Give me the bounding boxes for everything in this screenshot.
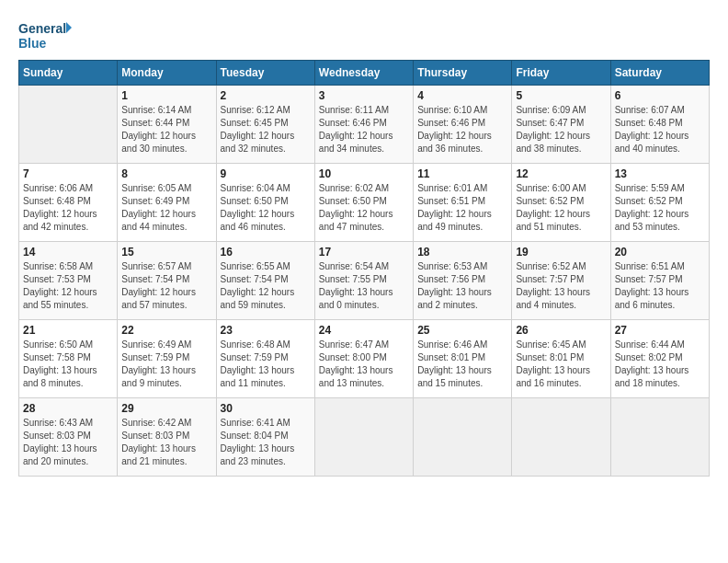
calendar-cell: 16Sunrise: 6:55 AMSunset: 7:54 PMDayligh…: [216, 242, 314, 320]
day-number: 16: [221, 246, 311, 259]
day-info: Sunrise: 6:47 AMSunset: 8:00 PMDaylight:…: [319, 339, 409, 390]
calendar-cell: [512, 398, 610, 477]
day-info: Sunrise: 6:01 AMSunset: 6:51 PMDaylight:…: [417, 182, 507, 234]
day-info: Sunrise: 6:14 AMSunset: 6:44 PMDaylight:…: [121, 104, 211, 155]
day-info: Sunrise: 6:11 AMSunset: 6:46 PMDaylight:…: [319, 104, 409, 155]
day-info: Sunrise: 6:51 AMSunset: 7:57 PMDaylight:…: [615, 260, 705, 312]
day-info: Sunrise: 6:44 AMSunset: 8:02 PMDaylight:…: [615, 339, 705, 390]
day-info: Sunrise: 6:06 AMSunset: 6:48 PMDaylight:…: [23, 182, 113, 234]
day-info: Sunrise: 6:42 AMSunset: 8:03 PMDaylight:…: [121, 417, 211, 468]
weekday-header-row: SundayMondayTuesdayWednesdayThursdayFrid…: [19, 61, 710, 86]
day-info: Sunrise: 6:53 AMSunset: 7:56 PMDaylight:…: [417, 260, 507, 312]
calendar-cell: 18Sunrise: 6:53 AMSunset: 7:56 PMDayligh…: [414, 242, 512, 320]
day-info: Sunrise: 6:10 AMSunset: 6:46 PMDaylight:…: [417, 104, 507, 155]
day-info: Sunrise: 6:54 AMSunset: 7:55 PMDaylight:…: [319, 260, 409, 312]
weekday-header-cell: Monday: [118, 61, 216, 86]
weekday-header-cell: Sunday: [19, 61, 118, 86]
day-number: 25: [417, 324, 507, 337]
day-number: 4: [417, 89, 507, 102]
day-info: Sunrise: 6:58 AMSunset: 7:53 PMDaylight:…: [23, 260, 113, 312]
day-info: Sunrise: 6:43 AMSunset: 8:03 PMDaylight:…: [23, 417, 113, 468]
calendar-cell: 27Sunrise: 6:44 AMSunset: 8:02 PMDayligh…: [610, 320, 709, 398]
day-number: 17: [319, 246, 409, 259]
day-info: Sunrise: 6:46 AMSunset: 8:01 PMDaylight:…: [417, 339, 507, 390]
day-info: Sunrise: 6:12 AMSunset: 6:45 PMDaylight:…: [221, 104, 311, 155]
calendar-cell: 28Sunrise: 6:43 AMSunset: 8:03 PMDayligh…: [19, 398, 118, 477]
calendar-cell: 19Sunrise: 6:52 AMSunset: 7:57 PMDayligh…: [512, 242, 610, 320]
weekday-header-cell: Friday: [512, 61, 610, 86]
weekday-header-cell: Saturday: [610, 61, 709, 86]
logo-svg: General Blue: [18, 18, 74, 51]
calendar-week-row: 14Sunrise: 6:58 AMSunset: 7:53 PMDayligh…: [19, 242, 710, 320]
calendar-cell: [19, 86, 118, 164]
calendar-cell: 5Sunrise: 6:09 AMSunset: 6:47 PMDaylight…: [512, 86, 610, 164]
calendar-cell: 13Sunrise: 5:59 AMSunset: 6:52 PMDayligh…: [610, 164, 709, 242]
calendar-cell: [314, 398, 413, 477]
day-info: Sunrise: 6:57 AMSunset: 7:54 PMDaylight:…: [121, 260, 211, 312]
calendar-cell: 26Sunrise: 6:45 AMSunset: 8:01 PMDayligh…: [512, 320, 610, 398]
day-info: Sunrise: 6:45 AMSunset: 8:01 PMDaylight:…: [516, 339, 606, 390]
calendar-cell: 2Sunrise: 6:12 AMSunset: 6:45 PMDaylight…: [216, 86, 314, 164]
calendar-cell: [610, 398, 709, 477]
calendar-cell: 29Sunrise: 6:42 AMSunset: 8:03 PMDayligh…: [118, 398, 216, 477]
day-number: 11: [417, 167, 507, 180]
day-number: 7: [23, 167, 113, 180]
svg-marker-2: [66, 22, 72, 33]
calendar-cell: 10Sunrise: 6:02 AMSunset: 6:50 PMDayligh…: [314, 164, 413, 242]
day-number: 3: [319, 89, 409, 102]
weekday-header-cell: Thursday: [414, 61, 512, 86]
day-number: 9: [221, 167, 311, 180]
calendar-cell: 4Sunrise: 6:10 AMSunset: 6:46 PMDaylight…: [414, 86, 512, 164]
calendar-cell: 8Sunrise: 6:05 AMSunset: 6:49 PMDaylight…: [118, 164, 216, 242]
day-number: 26: [516, 324, 606, 337]
day-number: 28: [23, 402, 113, 415]
day-number: 8: [121, 167, 211, 180]
calendar-cell: 14Sunrise: 6:58 AMSunset: 7:53 PMDayligh…: [19, 242, 118, 320]
day-number: 30: [221, 402, 311, 415]
day-number: 10: [319, 167, 409, 180]
day-info: Sunrise: 6:49 AMSunset: 7:59 PMDaylight:…: [121, 339, 211, 390]
day-number: 27: [615, 324, 705, 337]
svg-text:Blue: Blue: [18, 36, 47, 51]
calendar-week-row: 28Sunrise: 6:43 AMSunset: 8:03 PMDayligh…: [19, 398, 710, 477]
day-info: Sunrise: 6:55 AMSunset: 7:54 PMDaylight:…: [221, 260, 311, 312]
day-number: 22: [121, 324, 211, 337]
day-number: 2: [221, 89, 311, 102]
day-info: Sunrise: 6:05 AMSunset: 6:49 PMDaylight:…: [121, 182, 211, 234]
day-number: 6: [615, 89, 705, 102]
calendar-cell: 30Sunrise: 6:41 AMSunset: 8:04 PMDayligh…: [216, 398, 314, 477]
weekday-header-cell: Tuesday: [216, 61, 314, 86]
calendar-cell: 12Sunrise: 6:00 AMSunset: 6:52 PMDayligh…: [512, 164, 610, 242]
calendar-cell: 11Sunrise: 6:01 AMSunset: 6:51 PMDayligh…: [414, 164, 512, 242]
page-header: General Blue: [18, 18, 710, 51]
day-number: 1: [121, 89, 211, 102]
day-number: 19: [516, 246, 606, 259]
svg-text:General: General: [18, 21, 66, 36]
day-info: Sunrise: 6:48 AMSunset: 7:59 PMDaylight:…: [221, 339, 311, 390]
calendar-cell: 23Sunrise: 6:48 AMSunset: 7:59 PMDayligh…: [216, 320, 314, 398]
calendar-cell: 9Sunrise: 6:04 AMSunset: 6:50 PMDaylight…: [216, 164, 314, 242]
day-number: 18: [417, 246, 507, 259]
day-number: 21: [23, 324, 113, 337]
day-number: 23: [221, 324, 311, 337]
day-info: Sunrise: 6:02 AMSunset: 6:50 PMDaylight:…: [319, 182, 409, 234]
calendar-cell: 20Sunrise: 6:51 AMSunset: 7:57 PMDayligh…: [610, 242, 709, 320]
calendar-week-row: 1Sunrise: 6:14 AMSunset: 6:44 PMDaylight…: [19, 86, 710, 164]
day-number: 5: [516, 89, 606, 102]
day-number: 14: [23, 246, 113, 259]
day-info: Sunrise: 6:04 AMSunset: 6:50 PMDaylight:…: [221, 182, 311, 234]
day-number: 20: [615, 246, 705, 259]
calendar-cell: 15Sunrise: 6:57 AMSunset: 7:54 PMDayligh…: [118, 242, 216, 320]
calendar-week-row: 21Sunrise: 6:50 AMSunset: 7:58 PMDayligh…: [19, 320, 710, 398]
calendar-cell: 1Sunrise: 6:14 AMSunset: 6:44 PMDaylight…: [118, 86, 216, 164]
calendar-week-row: 7Sunrise: 6:06 AMSunset: 6:48 PMDaylight…: [19, 164, 710, 242]
day-number: 24: [319, 324, 409, 337]
day-number: 12: [516, 167, 606, 180]
day-info: Sunrise: 6:52 AMSunset: 7:57 PMDaylight:…: [516, 260, 606, 312]
day-number: 13: [615, 167, 705, 180]
day-info: Sunrise: 6:07 AMSunset: 6:48 PMDaylight:…: [615, 104, 705, 155]
calendar-cell: 7Sunrise: 6:06 AMSunset: 6:48 PMDaylight…: [19, 164, 118, 242]
calendar-table: SundayMondayTuesdayWednesdayThursdayFrid…: [18, 60, 710, 477]
calendar-body: 1Sunrise: 6:14 AMSunset: 6:44 PMDaylight…: [19, 86, 710, 477]
calendar-cell: 6Sunrise: 6:07 AMSunset: 6:48 PMDaylight…: [610, 86, 709, 164]
